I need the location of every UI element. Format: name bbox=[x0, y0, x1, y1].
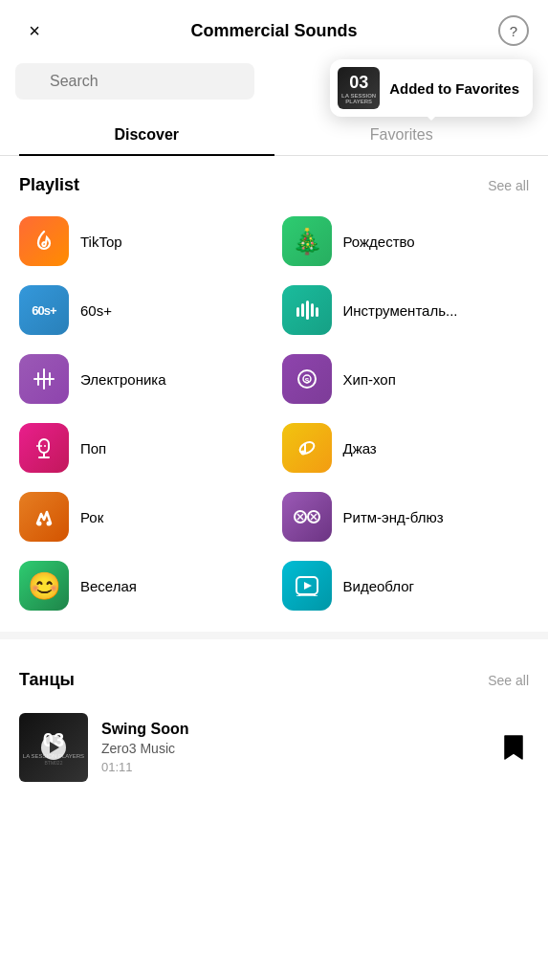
playlist-see-all[interactable]: See all bbox=[488, 178, 529, 193]
playlist-item-tiktop[interactable]: TikTop bbox=[11, 207, 274, 276]
search-row: 03 LA SESSION PLAYERS Added to Favorites bbox=[0, 56, 548, 107]
playlist-item-rnb[interactable]: Ритм-энд-блюз bbox=[274, 482, 537, 551]
pop-label: Поп bbox=[80, 440, 106, 457]
svg-rect-4 bbox=[306, 301, 309, 320]
tab-favorites[interactable]: Favorites bbox=[274, 115, 530, 155]
svg-point-21 bbox=[37, 522, 42, 526]
toast-album-art: 03 LA SESSION PLAYERS bbox=[338, 67, 380, 109]
song-item-swing-soon[interactable]: 03 LA SESSION PLAYERS BTM022 Swing Soon … bbox=[0, 702, 548, 793]
song-thumbnail: 03 LA SESSION PLAYERS BTM022 bbox=[19, 713, 88, 782]
svg-rect-5 bbox=[311, 303, 314, 317]
svg-point-22 bbox=[47, 522, 52, 526]
playlist-item-electronica[interactable]: Электроника bbox=[11, 345, 274, 413]
header: × Commercial Sounds ? bbox=[0, 0, 548, 56]
rozhdestvo-icon: 🎄 bbox=[282, 216, 332, 266]
playlist-item-hiphop[interactable]: $ Хип-хоп bbox=[274, 345, 537, 413]
close-button[interactable]: × bbox=[19, 15, 50, 46]
veselaya-icon: 😊 bbox=[19, 561, 69, 611]
tiktop-icon bbox=[19, 216, 69, 266]
dances-see-all[interactable]: See all bbox=[488, 673, 529, 688]
section-divider bbox=[0, 632, 548, 639]
help-button[interactable]: ? bbox=[498, 15, 529, 46]
toast-message: Added to Favorites bbox=[389, 80, 519, 97]
hiphop-icon: $ bbox=[282, 354, 332, 404]
svg-rect-3 bbox=[301, 303, 304, 317]
svg-rect-2 bbox=[296, 307, 299, 317]
rnb-icon bbox=[282, 492, 332, 542]
playlist-grid: TikTop 🎄 Рождество 60s+ 60s+ Инструмента… bbox=[0, 207, 548, 620]
page-title: Commercial Sounds bbox=[190, 21, 357, 41]
dances-section: Танцы See all 03 LA SESSION PLAYERS BTM0… bbox=[0, 651, 548, 793]
instrumental-icon bbox=[282, 285, 332, 335]
svg-text:$: $ bbox=[304, 376, 309, 385]
veselaya-label: Веселая bbox=[80, 578, 137, 594]
tabs-bar: Discover Favorites bbox=[0, 115, 548, 156]
instrumental-label: Инструменталь... bbox=[343, 302, 458, 319]
song-duration: 01:11 bbox=[101, 760, 485, 774]
tiktop-label: TikTop bbox=[80, 234, 122, 250]
play-button[interactable] bbox=[41, 735, 66, 760]
svg-rect-6 bbox=[316, 307, 318, 317]
rnb-label: Ритм-энд-блюз bbox=[343, 509, 444, 525]
electronica-label: Электроника bbox=[80, 371, 166, 388]
playlist-item-veselaya[interactable]: 😊 Веселая bbox=[11, 551, 274, 620]
rok-label: Рок bbox=[80, 509, 103, 525]
svg-marker-30 bbox=[304, 582, 312, 590]
playlist-item-videoblog[interactable]: Видеоблог bbox=[274, 551, 537, 620]
rozhdestvo-label: Рождество bbox=[343, 234, 415, 250]
song-title: Swing Soon bbox=[101, 721, 485, 738]
hiphop-label: Хип-хоп bbox=[343, 371, 396, 388]
play-icon bbox=[50, 742, 59, 753]
electronica-icon bbox=[19, 354, 69, 404]
60s-label: 60s+ bbox=[80, 302, 112, 319]
pop-icon bbox=[19, 423, 69, 473]
toast-album-art-inner: 03 LA SESSION PLAYERS bbox=[338, 67, 380, 109]
dances-section-title: Танцы bbox=[19, 670, 75, 690]
playlist-item-rozhdestvo[interactable]: 🎄 Рождество bbox=[274, 207, 537, 276]
tab-discover[interactable]: Discover bbox=[19, 115, 274, 155]
videoblog-label: Видеоблог bbox=[343, 578, 414, 594]
videoblog-icon bbox=[282, 561, 332, 611]
song-artist: Zero3 Music bbox=[101, 741, 485, 756]
jazz-icon bbox=[282, 423, 332, 473]
bookmark-button[interactable] bbox=[498, 732, 529, 763]
playlist-section-title: Playlist bbox=[19, 175, 79, 195]
playlist-item-rok[interactable]: Рок bbox=[11, 482, 274, 551]
rok-icon bbox=[19, 492, 69, 542]
60s-icon: 60s+ bbox=[19, 285, 69, 335]
dances-section-header: Танцы See all bbox=[0, 651, 548, 702]
svg-point-18 bbox=[297, 440, 316, 457]
song-info: Swing Soon Zero3 Music 01:11 bbox=[101, 721, 485, 774]
jazz-label: Джаз bbox=[343, 440, 377, 457]
playlist-item-instrumental[interactable]: Инструменталь... bbox=[274, 276, 537, 345]
added-to-favorites-toast: 03 LA SESSION PLAYERS Added to Favorites bbox=[330, 59, 533, 117]
playlist-section-header: Playlist See all bbox=[0, 156, 548, 207]
playlist-item-60s[interactable]: 60s+ 60s+ bbox=[11, 276, 274, 345]
playlist-item-pop[interactable]: Поп bbox=[11, 413, 274, 482]
search-input[interactable] bbox=[15, 63, 254, 100]
playlist-item-jazz[interactable]: Джаз bbox=[274, 413, 537, 482]
